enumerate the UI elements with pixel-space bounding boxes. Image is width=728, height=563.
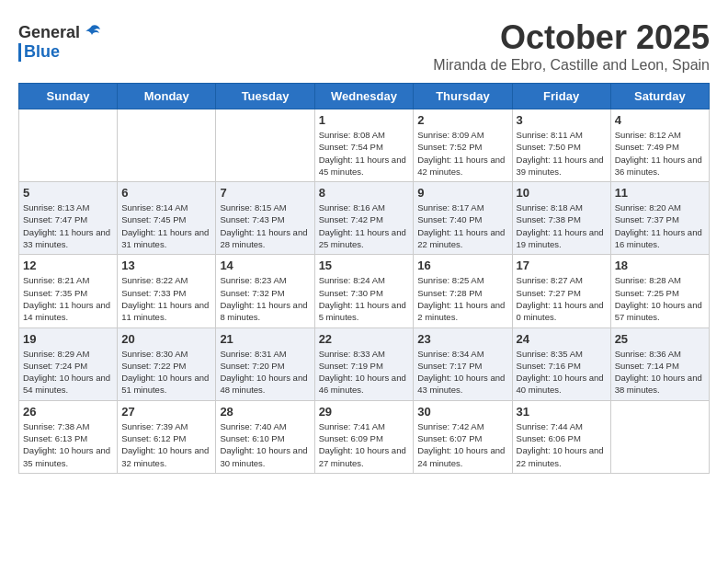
calendar-cell: 24Sunrise: 8:35 AM Sunset: 7:16 PM Dayli…	[512, 327, 610, 400]
day-info: Sunrise: 8:28 AM Sunset: 7:25 PM Dayligh…	[615, 274, 705, 323]
calendar-cell: 4Sunrise: 8:12 AM Sunset: 7:49 PM Daylig…	[610, 109, 709, 182]
calendar-week-row: 1Sunrise: 8:08 AM Sunset: 7:54 PM Daylig…	[19, 109, 710, 182]
day-info: Sunrise: 8:08 AM Sunset: 7:54 PM Dayligh…	[319, 129, 410, 178]
day-number: 16	[417, 259, 507, 272]
calendar-cell: 29Sunrise: 7:41 AM Sunset: 6:09 PM Dayli…	[314, 400, 414, 473]
calendar-cell: 31Sunrise: 7:44 AM Sunset: 6:06 PM Dayli…	[512, 400, 610, 473]
calendar-week-row: 5Sunrise: 8:13 AM Sunset: 7:47 PM Daylig…	[19, 182, 710, 255]
calendar-week-row: 12Sunrise: 8:21 AM Sunset: 7:35 PM Dayli…	[19, 255, 710, 327]
day-number: 25	[615, 332, 705, 346]
day-number: 19	[23, 332, 113, 346]
logo: General Blue	[18, 22, 102, 62]
location-title: Miranda de Ebro, Castille and Leon, Spai…	[433, 57, 710, 74]
weekday-header: Wednesday	[314, 84, 414, 109]
calendar-cell: 21Sunrise: 8:31 AM Sunset: 7:20 PM Dayli…	[216, 327, 314, 400]
day-info: Sunrise: 7:39 AM Sunset: 6:12 PM Dayligh…	[121, 420, 211, 469]
day-number: 18	[615, 259, 705, 272]
weekday-header: Friday	[512, 84, 610, 109]
day-number: 26	[23, 405, 113, 419]
day-info: Sunrise: 8:36 AM Sunset: 7:14 PM Dayligh…	[615, 348, 705, 396]
day-info: Sunrise: 8:30 AM Sunset: 7:22 PM Dayligh…	[121, 348, 211, 396]
calendar-cell: 10Sunrise: 8:18 AM Sunset: 7:38 PM Dayli…	[512, 182, 610, 255]
day-number: 22	[319, 332, 410, 346]
calendar-cell: 28Sunrise: 7:40 AM Sunset: 6:10 PM Dayli…	[216, 400, 314, 473]
day-number: 11	[615, 186, 705, 200]
day-number: 14	[220, 259, 310, 272]
day-info: Sunrise: 8:17 AM Sunset: 7:40 PM Dayligh…	[417, 201, 507, 250]
calendar-cell	[610, 400, 709, 473]
day-number: 30	[417, 405, 507, 419]
day-info: Sunrise: 7:38 AM Sunset: 6:13 PM Dayligh…	[23, 420, 113, 469]
day-info: Sunrise: 8:16 AM Sunset: 7:42 PM Dayligh…	[319, 201, 410, 250]
calendar-cell: 26Sunrise: 7:38 AM Sunset: 6:13 PM Dayli…	[19, 400, 118, 473]
calendar-cell: 5Sunrise: 8:13 AM Sunset: 7:47 PM Daylig…	[19, 182, 118, 255]
day-number: 28	[220, 405, 310, 419]
day-info: Sunrise: 8:34 AM Sunset: 7:17 PM Dayligh…	[417, 348, 507, 396]
title-area: October 2025 Miranda de Ebro, Castille a…	[433, 18, 710, 74]
day-number: 17	[517, 259, 607, 272]
day-number: 6	[121, 186, 211, 200]
calendar-cell: 6Sunrise: 8:14 AM Sunset: 7:45 PM Daylig…	[118, 182, 216, 255]
day-number: 8	[319, 186, 410, 200]
calendar-cell	[118, 109, 216, 182]
day-number: 24	[517, 332, 607, 346]
day-number: 21	[220, 332, 310, 346]
day-info: Sunrise: 8:31 AM Sunset: 7:20 PM Dayligh…	[220, 348, 310, 396]
day-info: Sunrise: 8:27 AM Sunset: 7:27 PM Dayligh…	[517, 274, 607, 323]
calendar-cell: 9Sunrise: 8:17 AM Sunset: 7:40 PM Daylig…	[414, 182, 512, 255]
calendar-cell: 2Sunrise: 8:09 AM Sunset: 7:52 PM Daylig…	[414, 109, 512, 182]
calendar-cell: 15Sunrise: 8:24 AM Sunset: 7:30 PM Dayli…	[314, 255, 414, 327]
calendar-cell: 16Sunrise: 8:25 AM Sunset: 7:28 PM Dayli…	[414, 255, 512, 327]
calendar-cell: 12Sunrise: 8:21 AM Sunset: 7:35 PM Dayli…	[19, 255, 118, 327]
day-info: Sunrise: 8:20 AM Sunset: 7:37 PM Dayligh…	[615, 201, 705, 250]
day-number: 3	[517, 113, 607, 127]
calendar-cell: 11Sunrise: 8:20 AM Sunset: 7:37 PM Dayli…	[610, 182, 709, 255]
calendar-table: SundayMondayTuesdayWednesdayThursdayFrid…	[18, 83, 710, 474]
day-number: 29	[319, 405, 410, 419]
day-number: 10	[517, 186, 607, 200]
logo-bird-icon	[82, 22, 102, 42]
page-header: General Blue October 2025 Miranda de Ebr…	[18, 18, 710, 74]
day-info: Sunrise: 8:29 AM Sunset: 7:24 PM Dayligh…	[23, 348, 113, 396]
calendar-cell	[216, 109, 314, 182]
logo-blue-text: Blue	[24, 42, 60, 62]
calendar-cell: 19Sunrise: 8:29 AM Sunset: 7:24 PM Dayli…	[19, 327, 118, 400]
day-number: 20	[121, 332, 211, 346]
day-info: Sunrise: 7:42 AM Sunset: 6:07 PM Dayligh…	[417, 420, 507, 469]
weekday-header: Tuesday	[216, 84, 314, 109]
day-info: Sunrise: 8:24 AM Sunset: 7:30 PM Dayligh…	[319, 274, 410, 323]
calendar-cell: 7Sunrise: 8:15 AM Sunset: 7:43 PM Daylig…	[216, 182, 314, 255]
day-info: Sunrise: 8:11 AM Sunset: 7:50 PM Dayligh…	[517, 129, 607, 178]
day-info: Sunrise: 8:22 AM Sunset: 7:33 PM Dayligh…	[121, 274, 211, 323]
day-number: 12	[23, 259, 113, 272]
day-number: 2	[417, 113, 507, 127]
calendar-cell: 17Sunrise: 8:27 AM Sunset: 7:27 PM Dayli…	[512, 255, 610, 327]
day-info: Sunrise: 7:44 AM Sunset: 6:06 PM Dayligh…	[517, 420, 607, 469]
day-number: 4	[615, 113, 705, 127]
calendar-cell: 30Sunrise: 7:42 AM Sunset: 6:07 PM Dayli…	[414, 400, 512, 473]
logo-general-text: General	[18, 23, 80, 42]
day-number: 15	[319, 259, 410, 272]
calendar-week-row: 26Sunrise: 7:38 AM Sunset: 6:13 PM Dayli…	[19, 400, 710, 473]
calendar-cell	[19, 109, 118, 182]
day-number: 7	[220, 186, 310, 200]
day-info: Sunrise: 8:14 AM Sunset: 7:45 PM Dayligh…	[121, 201, 211, 250]
weekday-header: Sunday	[19, 84, 118, 109]
day-info: Sunrise: 8:21 AM Sunset: 7:35 PM Dayligh…	[23, 274, 113, 323]
day-info: Sunrise: 8:25 AM Sunset: 7:28 PM Dayligh…	[417, 274, 507, 323]
calendar-cell: 3Sunrise: 8:11 AM Sunset: 7:50 PM Daylig…	[512, 109, 610, 182]
day-number: 9	[417, 186, 507, 200]
day-number: 13	[121, 259, 211, 272]
day-info: Sunrise: 7:40 AM Sunset: 6:10 PM Dayligh…	[220, 420, 310, 469]
weekday-header: Monday	[118, 84, 216, 109]
day-info: Sunrise: 8:23 AM Sunset: 7:32 PM Dayligh…	[220, 274, 310, 323]
day-info: Sunrise: 8:13 AM Sunset: 7:47 PM Dayligh…	[23, 201, 113, 250]
day-number: 23	[417, 332, 507, 346]
day-number: 31	[517, 405, 607, 419]
day-info: Sunrise: 8:18 AM Sunset: 7:38 PM Dayligh…	[517, 201, 607, 250]
day-info: Sunrise: 8:33 AM Sunset: 7:19 PM Dayligh…	[319, 348, 410, 396]
calendar-cell: 1Sunrise: 8:08 AM Sunset: 7:54 PM Daylig…	[314, 109, 414, 182]
calendar-cell: 18Sunrise: 8:28 AM Sunset: 7:25 PM Dayli…	[610, 255, 709, 327]
weekday-header: Saturday	[610, 84, 709, 109]
day-info: Sunrise: 8:09 AM Sunset: 7:52 PM Dayligh…	[417, 129, 507, 178]
